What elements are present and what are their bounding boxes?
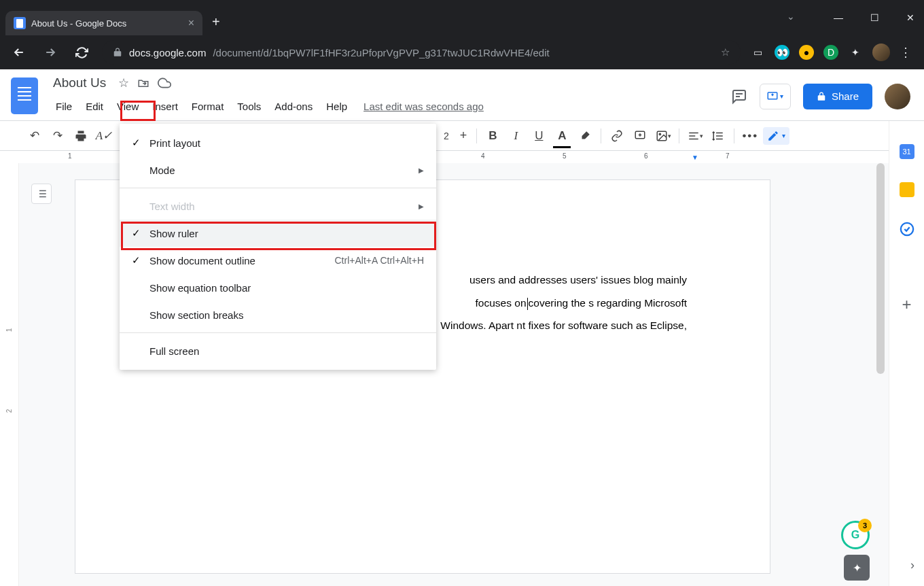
print-icon[interactable] [71,126,91,146]
add-addon-icon[interactable]: + [902,295,911,314]
explore-button[interactable]: ✦ [844,555,870,581]
cloud-status-icon[interactable] [158,76,171,90]
browser-tab[interactable]: About Us - Google Docs × [5,11,202,35]
tab-strip: About Us - Google Docs × + ⌄ — ☐ ✕ [0,0,924,35]
last-edit-link[interactable]: Last edit was seconds ago [363,101,484,112]
reload-button[interactable] [71,41,92,63]
separator [601,128,601,143]
text-cursor [527,298,528,310]
browser-menu-icon[interactable]: ⋮ [900,45,912,60]
menu-full-screen[interactable]: Full screen [120,337,436,364]
scrollbar[interactable] [876,163,885,374]
menu-tools[interactable]: Tools [230,97,268,116]
align-icon[interactable]: ▾ [685,126,705,146]
tasks-icon[interactable] [898,220,916,238]
menu-insert[interactable]: Insert [145,97,185,116]
docs-header: About Us ☆ File Edit View Insert Format … [0,69,924,121]
menu-show-outline[interactable]: ✓ Show document outline Ctrl+Alt+A Ctrl+… [120,247,436,274]
comments-icon[interactable] [731,88,747,105]
italic-icon[interactable]: I [505,126,526,146]
side-panel: 31 + › [889,121,924,586]
bookmark-star-icon[interactable]: ☆ [721,46,730,58]
menu-help[interactable]: Help [319,97,354,116]
keep-icon[interactable] [900,182,914,197]
ruler-indent-marker[interactable]: ▼ [692,154,698,161]
url-bar[interactable]: docs.google.com/document/d/1bqPW7lF1fHF3… [102,40,741,65]
extension-icon-3[interactable]: D [823,45,838,60]
more-icon[interactable]: ••• [740,126,760,146]
lock-icon [113,48,122,57]
tab-close-icon[interactable]: × [188,17,194,29]
redo-icon[interactable]: ↷ [48,126,68,146]
menu-edit[interactable]: Edit [79,97,110,116]
grammarly-badge: 3 [858,519,872,532]
extensions-puzzle-icon[interactable]: ✦ [848,45,863,60]
move-icon[interactable] [137,77,149,89]
star-icon[interactable]: ☆ [118,75,129,90]
close-window-icon[interactable]: ✕ [901,7,920,29]
menu-view[interactable]: View [110,97,145,116]
ruler-tick: 4 [481,152,485,160]
separator [679,128,679,143]
share-label: Share [832,90,859,102]
grammarly-widget[interactable]: G 3 [841,521,870,549]
docs-favicon [14,17,26,29]
editing-mode-button[interactable]: ▾ [763,127,789,145]
link-icon[interactable] [607,126,627,146]
forward-button[interactable] [39,41,61,63]
separator [120,188,436,188]
present-button[interactable]: ▾ [760,84,791,109]
extension-icon-2[interactable]: ● [799,45,814,60]
menu-mode[interactable]: Mode ▶ [120,156,436,184]
insert-image-icon[interactable]: ▾ [653,126,673,146]
back-button[interactable] [8,41,30,63]
calendar-icon[interactable]: 31 [900,144,914,159]
add-comment-icon[interactable] [630,126,650,146]
svg-point-3 [659,133,660,135]
check-icon: ✓ [132,227,149,239]
ruler-tick: 5 [563,152,567,160]
extension-icons: ▭ 👀 ● D ✦ ⋮ [750,44,916,61]
tab-list-dropdown-icon[interactable]: ⌄ [787,11,795,22]
menu-addons[interactable]: Add-ons [268,97,319,116]
browser-chrome: About Us - Google Docs × + ⌄ — ☐ ✕ docs.… [0,0,924,69]
line-spacing-icon[interactable] [708,126,728,146]
check-icon: ✓ [132,137,149,149]
submenu-arrow-icon: ▶ [419,203,424,210]
font-size[interactable]: 2 [440,131,453,141]
window-controls: — ☐ ✕ [828,7,920,29]
maximize-icon[interactable]: ☐ [865,7,885,29]
new-tab-button[interactable]: + [212,14,220,30]
menu-text-width: Text width ▶ [120,192,436,220]
menu-print-layout[interactable]: ✓ Print layout [120,129,436,156]
menu-file[interactable]: File [49,97,79,116]
highlight-icon[interactable] [575,126,595,146]
url-host: docs.google.com [129,47,206,58]
docs-logo-icon[interactable] [11,77,38,114]
separator [120,332,436,333]
spellcheck-icon[interactable]: A✓ [94,126,114,146]
extension-icon-1[interactable]: 👀 [775,45,789,60]
menu-show-equation[interactable]: Show equation toolbar [120,274,436,301]
submenu-arrow-icon: ▶ [419,167,424,174]
account-avatar[interactable] [885,84,910,109]
minimize-icon[interactable]: — [828,7,849,29]
vertical-ruler: 1 2 [0,163,19,586]
menu-show-ruler[interactable]: ✓ Show ruler [120,220,436,247]
document-title[interactable]: About Us [49,74,110,92]
profile-avatar-icon[interactable] [872,44,890,61]
undo-icon[interactable]: ↶ [24,126,45,146]
ruler-tick: 1 [68,152,72,160]
font-size-plus[interactable]: + [456,128,472,143]
menu-show-section-breaks[interactable]: Show section breaks [120,301,436,328]
text-color-icon[interactable]: A [552,126,572,146]
share-button[interactable]: Share [803,84,872,109]
cast-icon[interactable]: ▭ [750,45,765,60]
hide-sidepanel-icon[interactable]: › [910,558,914,572]
outline-toggle-button[interactable] [31,184,52,204]
docs-title-area: About Us ☆ File Edit View Insert Format … [49,72,731,120]
vruler-tick: 2 [5,402,13,420]
menu-format[interactable]: Format [185,97,231,116]
underline-icon[interactable]: U [529,126,549,146]
bold-icon[interactable]: B [482,126,503,146]
